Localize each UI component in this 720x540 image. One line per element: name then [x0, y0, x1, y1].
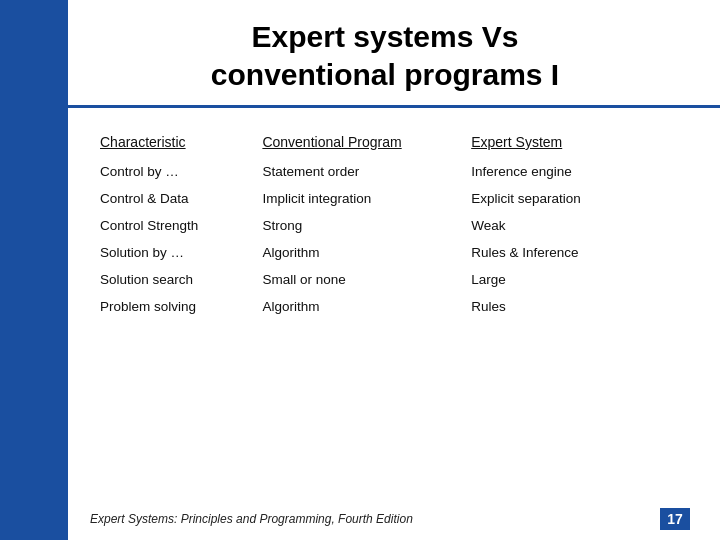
table-row: Control & DataImplicit integrationExplic… [90, 185, 670, 212]
table-cell-5-1: Algorithm [252, 293, 461, 320]
table-cell-5-0: Problem solving [90, 293, 252, 320]
slide: Expert systems Vs conventional programs … [0, 0, 720, 540]
table-cell-0-0: Control by … [90, 158, 252, 185]
table-cell-3-0: Solution by … [90, 239, 252, 266]
slide-header: Expert systems Vs conventional programs … [0, 0, 720, 108]
table-cell-0-1: Statement order [252, 158, 461, 185]
table-row: Control StrengthStrongWeak [90, 212, 670, 239]
slide-content: Characteristic Conventional Program Expe… [0, 108, 720, 540]
table-row: Solution by …AlgorithmRules & Inference [90, 239, 670, 266]
table-cell-1-1: Implicit integration [252, 185, 461, 212]
footer-page-number: 17 [660, 508, 690, 530]
table-cell-2-2: Weak [461, 212, 670, 239]
table-cell-4-0: Solution search [90, 266, 252, 293]
title-line-1: Expert systems Vs [252, 20, 519, 53]
table-row: Control by …Statement orderInference eng… [90, 158, 670, 185]
col-header-characteristic: Characteristic [90, 128, 252, 158]
table-cell-1-2: Explicit separation [461, 185, 670, 212]
col-header-expert: Expert System [461, 128, 670, 158]
footer-citation: Expert Systems: Principles and Programmi… [90, 512, 413, 526]
table-cell-4-2: Large [461, 266, 670, 293]
slide-title: Expert systems Vs conventional programs … [90, 18, 680, 93]
table-row: Problem solvingAlgorithmRules [90, 293, 670, 320]
table-cell-3-1: Algorithm [252, 239, 461, 266]
table-cell-2-1: Strong [252, 212, 461, 239]
table-cell-1-0: Control & Data [90, 185, 252, 212]
col-header-conventional: Conventional Program [252, 128, 461, 158]
table-header-row: Characteristic Conventional Program Expe… [90, 128, 670, 158]
table-row: Solution searchSmall or noneLarge [90, 266, 670, 293]
table-cell-5-2: Rules [461, 293, 670, 320]
table-cell-0-2: Inference engine [461, 158, 670, 185]
comparison-table: Characteristic Conventional Program Expe… [90, 128, 670, 320]
title-line-2: conventional programs I [211, 58, 559, 91]
table-cell-2-0: Control Strength [90, 212, 252, 239]
slide-footer: Expert Systems: Principles and Programmi… [90, 508, 690, 530]
table-cell-4-1: Small or none [252, 266, 461, 293]
table-cell-3-2: Rules & Inference [461, 239, 670, 266]
